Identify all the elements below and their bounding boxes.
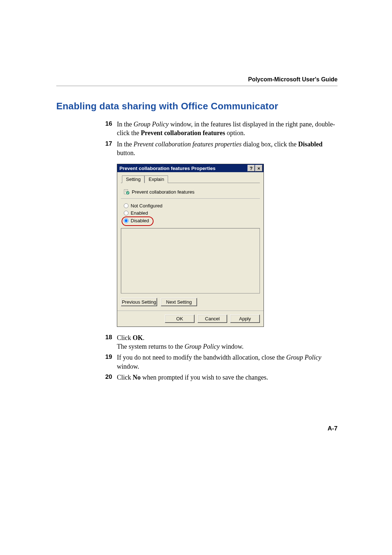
step-17: 17 In the Prevent collaboration features… — [105, 140, 338, 158]
radio-enabled[interactable]: Enabled — [124, 210, 260, 217]
step-number: 20 — [105, 373, 117, 382]
section-heading: Enabling data sharing with Office Commun… — [56, 101, 338, 112]
content-region: 16 In the Group Policy window, in the fe… — [105, 120, 338, 382]
policy-name-row: Prevent collaboration features — [121, 187, 260, 199]
step-body: In the Group Policy window, in the featu… — [117, 120, 338, 138]
radio-group: Not Configured Enabled Disabled — [121, 202, 260, 226]
apply-button[interactable]: Apply — [230, 315, 260, 323]
previous-setting-button[interactable]: Previous Setting — [121, 298, 157, 306]
tab-setting[interactable]: Setting — [122, 175, 144, 183]
step-body: If you do not need to modify the bandwid… — [117, 353, 338, 371]
settings-panel — [121, 228, 260, 293]
highlight-circle: Disabled — [122, 216, 154, 226]
next-setting-button[interactable]: Next Setting — [161, 298, 197, 306]
step-number: 18 — [105, 333, 117, 351]
step-number: 16 — [105, 120, 117, 138]
properties-dialog: Prevent collaboration features Propertie… — [117, 164, 264, 327]
step-body: In the Prevent collaboration features pr… — [117, 140, 338, 158]
step-body: Click OK. The system returns to the Grou… — [117, 333, 338, 351]
step-18: 18 Click OK. The system returns to the G… — [105, 333, 338, 351]
step-19: 19 If you do not need to modify the band… — [105, 353, 338, 371]
guide-title: Polycom-Microsoft User's Guide — [56, 76, 338, 83]
radio-disabled[interactable]: Disabled — [124, 217, 149, 224]
tab-explain[interactable]: Explain — [144, 175, 168, 183]
radio-not-configured[interactable]: Not Configured — [124, 202, 260, 210]
step-number: 17 — [105, 140, 117, 158]
step-20: 20 Click No when prompted if you wish to… — [105, 373, 338, 382]
dialog-title: Prevent collaboration features Propertie… — [119, 166, 216, 171]
radio-input-disabled[interactable] — [124, 218, 128, 223]
policy-icon — [124, 189, 130, 195]
step-16: 16 In the Group Policy window, in the fe… — [105, 120, 338, 138]
radio-input-enabled[interactable] — [124, 211, 128, 215]
page-number: A-7 — [328, 425, 338, 432]
dialog-figure: Prevent collaboration features Propertie… — [117, 164, 338, 327]
step-number: 19 — [105, 353, 117, 371]
tab-strip: Setting Explain — [121, 175, 260, 183]
header-divider — [56, 86, 338, 86]
cancel-button[interactable]: Cancel — [197, 315, 227, 323]
close-button[interactable]: × — [255, 165, 262, 171]
policy-label: Prevent collaboration features — [132, 189, 195, 195]
ok-button[interactable]: OK — [165, 315, 195, 323]
radio-input-not-configured[interactable] — [124, 203, 128, 208]
dialog-titlebar: Prevent collaboration features Propertie… — [117, 164, 264, 172]
help-button[interactable]: ? — [248, 165, 255, 171]
step-body: Click No when prompted if you wish to sa… — [117, 373, 338, 382]
